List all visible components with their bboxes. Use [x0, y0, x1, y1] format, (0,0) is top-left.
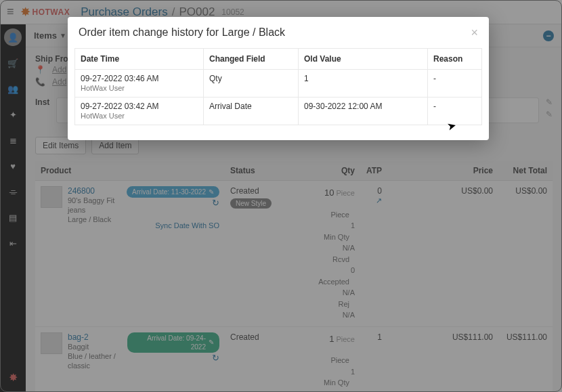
- history-row: 09-27-2022 03:46 AM HotWax User Qty 1 -: [75, 70, 482, 97]
- col-changed-field: Changed Field: [204, 49, 299, 70]
- history-reason: -: [433, 102, 436, 111]
- change-history-modal: Order item change history for Large / Bl…: [68, 17, 489, 140]
- history-old: 09-30-2022 12:00 AM: [304, 102, 382, 111]
- history-field: Qty: [209, 74, 222, 83]
- history-reason: -: [433, 74, 436, 83]
- col-date-time: Date Time: [75, 49, 204, 70]
- history-dt: 09-27-2022 03:42 AM: [81, 102, 158, 111]
- close-icon[interactable]: ×: [471, 26, 478, 39]
- modal-title: Order item change history for Large / Bl…: [79, 26, 285, 39]
- col-reason: Reason: [428, 49, 482, 70]
- col-old-value: Old Value: [299, 49, 428, 70]
- history-user: HotWax User: [81, 84, 125, 92]
- history-dt: 09-27-2022 03:46 AM: [81, 74, 158, 83]
- history-row: 09-27-2022 03:42 AM HotWax User Arrival …: [75, 97, 482, 125]
- history-user: HotWax User: [81, 112, 125, 120]
- history-field: Arrival Date: [209, 102, 252, 111]
- history-table: Date Time Changed Field Old Value Reason…: [74, 48, 482, 125]
- history-old: 1: [304, 74, 309, 83]
